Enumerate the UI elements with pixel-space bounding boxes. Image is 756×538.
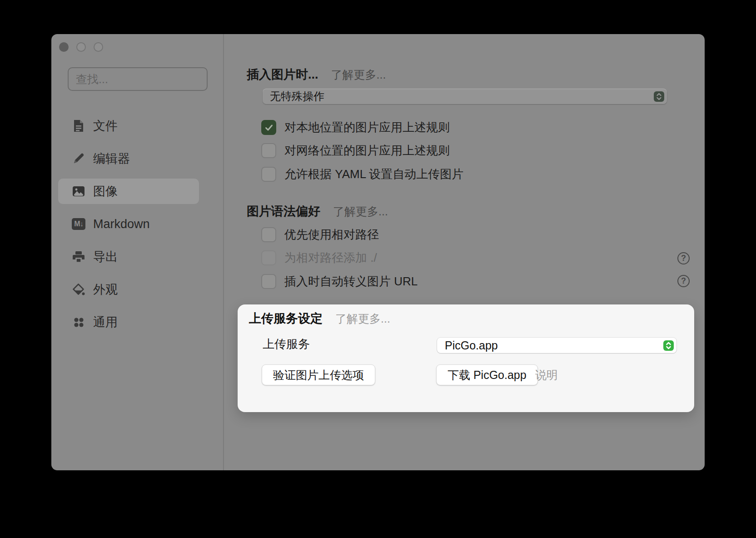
- search-input[interactable]: [68, 67, 208, 91]
- file-icon: [72, 119, 85, 133]
- section-title: 图片语法偏好: [247, 203, 320, 219]
- checkbox-unchecked[interactable]: [261, 167, 276, 182]
- help-icon[interactable]: ?: [677, 252, 690, 264]
- sidebar-item-label: 外观: [93, 281, 118, 298]
- window-controls: [59, 42, 103, 52]
- section-title: 上传服务设定: [249, 310, 323, 327]
- checkbox-label: 插入时自动转义图片 URL: [284, 274, 418, 289]
- upload-service-panel: 上传服务设定 了解更多... 上传服务 PicGo.app 验证图片上传选项 下…: [238, 304, 694, 412]
- sidebar-item-export[interactable]: 导出: [58, 244, 199, 269]
- select-stepper-icon: [663, 340, 674, 351]
- checkmark-icon: [264, 123, 274, 132]
- checkbox-label: 为相对路径添加 ./: [284, 250, 377, 266]
- zoom-button[interactable]: [94, 42, 103, 52]
- upload-service-section-header: 上传服务设定 了解更多...: [249, 310, 390, 324]
- checkbox-checked[interactable]: [261, 120, 276, 135]
- appearance-paint-icon: [72, 283, 85, 296]
- checkbox-label: 优先使用相对路径: [284, 227, 379, 243]
- sidebar-item-image[interactable]: 图像: [58, 179, 199, 204]
- checkbox-row-escape-url[interactable]: 插入时自动转义图片 URL: [261, 274, 418, 289]
- sidebar-item-label: 图像: [93, 183, 118, 199]
- upload-service-select[interactable]: PicGo.app: [437, 338, 676, 353]
- help-icon[interactable]: ?: [677, 275, 690, 287]
- sidebar-item-general[interactable]: 通用: [58, 309, 199, 335]
- checkbox-row-local-images[interactable]: 对本地位置的图片应用上述规则: [261, 120, 450, 135]
- insert-image-section-header: 插入图片时... 了解更多...: [247, 66, 386, 80]
- sidebar-item-label: 通用: [93, 314, 118, 330]
- learn-more-link[interactable]: 了解更多...: [331, 67, 386, 82]
- checkbox-row-add-dot-slash: 为相对路径添加 ./: [261, 250, 377, 265]
- upload-service-label: 上传服务: [263, 337, 310, 351]
- select-stepper-icon: [654, 91, 664, 102]
- general-grid-icon: [72, 315, 85, 329]
- learn-more-link[interactable]: 了解更多...: [335, 311, 390, 326]
- checkbox-row-relative-path[interactable]: 优先使用相对路径: [261, 227, 379, 242]
- insert-action-select[interactable]: 无特殊操作: [263, 89, 667, 104]
- checkbox-label: 允许根据 YAML 设置自动上传图片: [284, 166, 463, 182]
- markdown-icon: M↓: [72, 217, 85, 231]
- sidebar-item-label: Markdown: [93, 217, 150, 231]
- minimize-button[interactable]: [76, 42, 86, 52]
- checkbox-row-network-images[interactable]: 对网络位置的图片应用上述规则: [261, 143, 450, 158]
- sidebar-item-label: 编辑器: [93, 150, 130, 167]
- checkbox-disabled: [261, 250, 276, 265]
- sidebar-item-editor[interactable]: 编辑器: [58, 146, 199, 171]
- checkbox-unchecked[interactable]: [261, 274, 276, 289]
- validate-upload-button[interactable]: 验证图片上传选项: [262, 364, 375, 385]
- image-syntax-section-header: 图片语法偏好 了解更多...: [247, 203, 388, 217]
- checkbox-label: 对网络位置的图片应用上述规则: [284, 143, 450, 159]
- editor-pencil-icon: [72, 152, 85, 165]
- select-value: PicGo.app: [437, 339, 663, 352]
- checkbox-unchecked[interactable]: [261, 227, 276, 242]
- sidebar: 文件 编辑器 图像 M↓ Markdown 导出: [51, 34, 224, 470]
- sidebar-item-appearance[interactable]: 外观: [58, 277, 199, 302]
- checkbox-unchecked[interactable]: [261, 143, 276, 158]
- image-icon: [72, 184, 85, 198]
- export-printer-icon: [72, 250, 85, 264]
- learn-more-link[interactable]: 了解更多...: [333, 204, 388, 219]
- screenshot-root: { "colors": { "accent_green": "#35b240",…: [0, 0, 756, 538]
- sidebar-item-label: 导出: [93, 249, 118, 265]
- checkbox-row-yaml-upload[interactable]: 允许根据 YAML 设置自动上传图片: [261, 167, 463, 182]
- section-title: 插入图片时...: [247, 66, 318, 83]
- close-button[interactable]: [59, 42, 69, 52]
- sidebar-item-files[interactable]: 文件: [58, 113, 199, 139]
- docs-link[interactable]: 说明: [535, 368, 558, 382]
- sidebar-item-markdown[interactable]: M↓ Markdown: [58, 211, 199, 237]
- preferences-window: 文件 编辑器 图像 M↓ Markdown 导出: [51, 34, 705, 470]
- sidebar-item-label: 文件: [93, 118, 118, 134]
- download-picgo-button[interactable]: 下载 PicGo.app: [436, 364, 538, 385]
- checkbox-label: 对本地位置的图片应用上述规则: [284, 120, 450, 135]
- select-value: 无特殊操作: [263, 89, 654, 104]
